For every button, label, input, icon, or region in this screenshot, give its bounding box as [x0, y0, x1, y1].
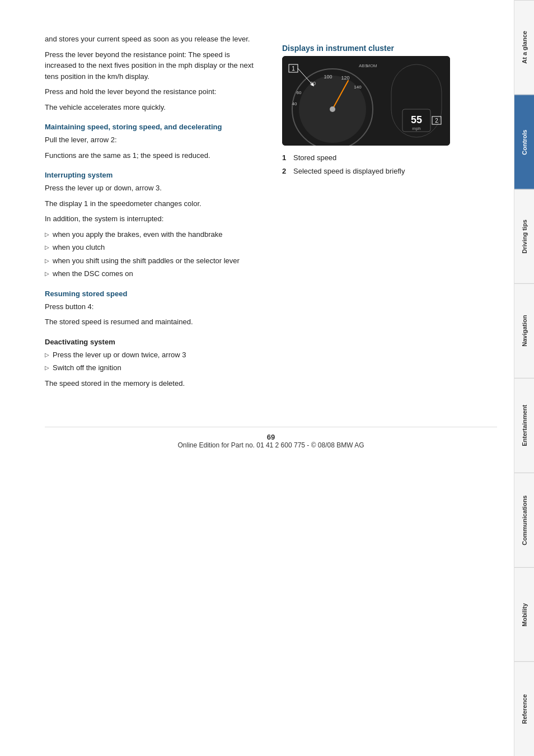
resuming-para-1: Press button 4:	[45, 301, 260, 312]
main-content: and stores your current speed as soon as…	[0, 0, 514, 756]
sidebar-tab-mobility[interactable]: Mobility	[514, 567, 534, 662]
interrupting-para-1: Press the lever up or down, arrow 3.	[45, 183, 260, 194]
svg-text:60: 60	[297, 90, 302, 95]
svg-text:mph: mph	[412, 126, 421, 131]
deactivating-heading: Deactivating system	[45, 338, 260, 346]
right-column: Displays in instrument cluster 80 100 12…	[277, 34, 497, 393]
svg-text:140: 140	[354, 85, 362, 90]
maintaining-para-2: Functions are the same as 1; the speed i…	[45, 150, 260, 161]
svg-text:55: 55	[411, 114, 422, 125]
footer-text: Online Edition for Part no. 01 41 2 600 …	[177, 441, 364, 449]
bullet-item: when the DSC comes on	[45, 268, 260, 279]
maintaining-heading: Maintaining speed, storing speed, and de…	[45, 123, 260, 131]
legend-item-1: 1 Stored speed	[282, 152, 497, 164]
svg-text:MOM: MOM	[366, 63, 377, 68]
legend-text-2: Selected speed is displayed briefly	[293, 166, 405, 177]
bullet-item: when you clutch	[45, 242, 260, 253]
svg-text:120: 120	[341, 75, 349, 81]
sidebar-tab-reference[interactable]: Reference	[514, 661, 534, 756]
page-number: 69	[267, 433, 275, 441]
sidebar-tab-at-a-glance[interactable]: At a glance	[514, 0, 534, 95]
legend-item-2: 2 Selected speed is displayed briefly	[282, 166, 497, 177]
maintaining-para-1: Pull the lever, arrow 2:	[45, 134, 260, 146]
sidebar-tab-communications[interactable]: Communications	[514, 473, 534, 567]
bullet-item: when you apply the brakes, even with the…	[45, 229, 260, 240]
svg-text:40: 40	[292, 101, 297, 106]
interrupting-heading: Interrupting system	[45, 171, 260, 179]
svg-point-10	[330, 106, 335, 112]
legend-text-1: Stored speed	[293, 152, 336, 164]
instrument-cluster-image: 80 100 120 140 60 40 1 ABS	[282, 56, 450, 146]
resuming-heading: Resuming stored speed	[45, 290, 260, 298]
interrupting-bullets: when you apply the brakes, even with the…	[45, 229, 260, 279]
cluster-legend: 1 Stored speed 2 Selected speed is displ…	[282, 152, 497, 176]
right-sidebar: At a glance Controls Driving tips Naviga…	[514, 0, 534, 756]
intro-para-4: The vehicle accelerates more quickly.	[45, 102, 260, 113]
svg-text:80: 80	[310, 81, 316, 86]
bullet-item: Press the lever up or down twice, arrow …	[45, 349, 260, 361]
sidebar-tab-entertainment[interactable]: Entertainment	[514, 378, 534, 473]
cluster-heading: Displays in instrument cluster	[282, 44, 497, 53]
bullet-item: Switch off the ignition	[45, 362, 260, 374]
interrupting-para-3: In addition, the system is interrupted:	[45, 213, 260, 225]
interrupting-para-2: The display 1 in the speedometer changes…	[45, 198, 260, 209]
intro-para-1: and stores your current speed as soon as…	[45, 34, 260, 45]
svg-text:2: 2	[435, 118, 438, 124]
legend-number-1: 1	[282, 152, 293, 164]
sidebar-tab-navigation[interactable]: Navigation	[514, 283, 534, 378]
svg-text:1: 1	[292, 66, 295, 72]
deactivating-after: The speed stored in the memory is delete…	[45, 378, 260, 389]
page-footer: 69 Online Edition for Part no. 01 41 2 6…	[45, 427, 497, 449]
sidebar-tab-controls[interactable]: Controls	[514, 95, 534, 189]
resuming-para-2: The stored speed is resumed and maintain…	[45, 316, 260, 328]
intro-para-3: Press and hold the lever beyond the resi…	[45, 86, 260, 97]
bullet-item: when you shift using the shift paddles o…	[45, 255, 260, 267]
sidebar-tab-driving-tips[interactable]: Driving tips	[514, 189, 534, 284]
intro-para-2: Press the lever beyond the resistance po…	[45, 49, 260, 82]
legend-number-2: 2	[282, 166, 293, 177]
deactivating-bullets: Press the lever up or down twice, arrow …	[45, 349, 260, 374]
left-column: and stores your current speed as soon as…	[45, 34, 265, 393]
svg-text:100: 100	[324, 74, 332, 80]
